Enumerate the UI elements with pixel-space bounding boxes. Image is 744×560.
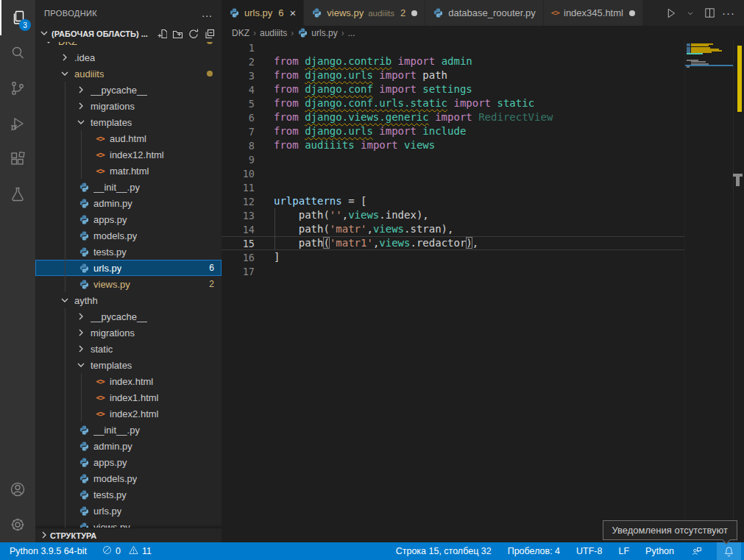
code-line-3[interactable]: 3from django.urls import path (222, 68, 684, 82)
python-file-icon (78, 213, 90, 225)
tree-item-audiiits[interactable]: audiiits (35, 65, 222, 82)
code-line-17[interactable]: 17 (222, 264, 684, 278)
activity-explorer-icon[interactable]: 3 (0, 0, 35, 35)
code-line-10[interactable]: 10 (222, 166, 684, 180)
sidebar-more-actions-icon[interactable]: ... (202, 7, 213, 19)
python-file-icon (78, 262, 90, 274)
code-line-2[interactable]: 2from django.contrib import admin (222, 54, 684, 68)
tree-item-aud-html[interactable]: <>aud.html (35, 130, 222, 146)
breadcrumb-item[interactable]: ... (348, 28, 355, 38)
refresh-icon[interactable] (186, 26, 201, 41)
workspace-section-header[interactable]: (РАБОЧАЯ ОБЛАСТЬ) ... (35, 26, 222, 42)
tree-item-label: tests.py (93, 489, 127, 500)
code-editor[interactable]: 12from django.contrib import admin3from … (222, 40, 744, 542)
activity-search-icon[interactable] (0, 35, 35, 71)
tree-item-views-py[interactable]: views.py (35, 519, 222, 528)
tree-item-index1-html[interactable]: <>index1.html (35, 389, 222, 405)
status-item[interactable]: UTF-8 (574, 542, 604, 560)
code-line-7[interactable]: 7from django.urls import include (222, 124, 684, 138)
new-folder-icon[interactable] (170, 26, 185, 41)
breadcrumb-item[interactable]: urls.py (297, 27, 337, 38)
feedback-icon[interactable] (688, 542, 705, 560)
tree-item-apps-py[interactable]: apps.py (35, 211, 222, 227)
tree-item-models-py[interactable]: models.py (35, 470, 222, 486)
status-item[interactable]: Пробелов: 4 (506, 542, 562, 560)
tree-item-aythh[interactable]: aythh (35, 292, 222, 308)
tree-item--init-py[interactable]: __init__.py (35, 179, 222, 195)
tree-item-urls-py[interactable]: urls.py6 (35, 260, 222, 276)
tree-item-tests-py[interactable]: tests.py (35, 486, 222, 503)
tree-item-models-py[interactable]: models.py (35, 227, 222, 244)
activity-settings-icon[interactable] (0, 507, 35, 542)
run-icon[interactable] (662, 4, 681, 23)
chevron-down-icon (75, 359, 87, 371)
sidebar-title: ПРОВОДНИК (44, 9, 97, 18)
code-line-13[interactable]: 13 path('',views.index), (222, 208, 684, 222)
split-editor-icon[interactable] (700, 4, 719, 23)
modified-dot-icon[interactable] (411, 10, 417, 16)
tree-item-tests-py[interactable]: tests.py (35, 244, 222, 260)
tree-item--pycache-[interactable]: __pycache__ (35, 82, 222, 98)
activity-testing-icon[interactable] (0, 177, 35, 212)
breadcrumb: DKZ›audiiits›urls.py›... (222, 26, 744, 40)
tree-item-migrations[interactable]: migrations (35, 325, 222, 341)
tree-item-label: models.py (93, 230, 137, 241)
line-number: 15 (222, 238, 255, 249)
tree-item-views-py[interactable]: views.py2 (35, 276, 222, 292)
tree-item-templates[interactable]: templates (35, 357, 222, 373)
activity-run-debug-icon[interactable] (0, 106, 35, 141)
tab-urls-py[interactable]: urls.py6× (222, 0, 304, 26)
code-line-14[interactable]: 14 path('matr',views.stran), (222, 222, 684, 236)
code-line-15[interactable]: 15 path('matr1',views.redactor), (222, 236, 684, 250)
breadcrumb-item[interactable]: audiiits (260, 28, 287, 38)
code-line-6[interactable]: 6from django.views.generic import Redire… (222, 110, 684, 124)
activity-account-icon[interactable] (0, 472, 35, 507)
run-dropdown-icon[interactable] (681, 4, 700, 23)
tree-item-urls-py[interactable]: urls.py (35, 503, 222, 519)
tab-database-roouter-py[interactable]: database_roouter.py (425, 0, 544, 26)
status-item[interactable]: Строка 15, столбец 32 (394, 542, 494, 560)
status-item[interactable]: LF (616, 542, 631, 560)
tree-item-admin-py[interactable]: admin.py (35, 195, 222, 211)
tab-index345-html[interactable]: <>index345.html (544, 0, 643, 26)
tree-item-static[interactable]: static (35, 341, 222, 357)
code-line-1[interactable]: 1 (222, 40, 684, 54)
code-line-9[interactable]: 9 (222, 152, 684, 166)
tree-item--pycache-[interactable]: __pycache__ (35, 308, 222, 325)
collapse-all-icon[interactable] (202, 26, 217, 41)
code-line-4[interactable]: 4from django.conf import settings (222, 82, 684, 96)
code-line-11[interactable]: 11 (222, 180, 684, 194)
code-line-12[interactable]: 12urlpatterns = [ (222, 194, 684, 208)
breadcrumb-item[interactable]: DKZ (232, 28, 249, 38)
tree-item-admin-py[interactable]: admin.py (35, 438, 222, 454)
scrollbar-thumb[interactable] (736, 177, 740, 186)
tree-item-index12-html[interactable]: <>index12.html (35, 146, 222, 163)
more-icon[interactable]: ··· (719, 4, 738, 23)
modified-dot-icon[interactable] (629, 10, 635, 16)
minimap[interactable] (684, 40, 733, 542)
tree-item--idea[interactable]: .idea (35, 49, 222, 65)
new-file-icon[interactable] (154, 26, 169, 41)
code-line-8[interactable]: 8from audiiits import views (222, 138, 684, 152)
tree-item-templates[interactable]: templates (35, 114, 222, 130)
tree-item-apps-py[interactable]: apps.py (35, 454, 222, 470)
tab-views-py[interactable]: views.pyaudiiits2 (304, 0, 425, 26)
code-line-5[interactable]: 5from django.conf.urls.static import sta… (222, 96, 684, 110)
python-interpreter-status[interactable]: Python 3.9.5 64-bit (7, 542, 89, 560)
outline-section-header[interactable]: СТРУКТУРА (35, 528, 222, 542)
vscode-window: 3 ПРОВОДНИК ... (РАБОЧАЯ ОБЛАСТЬ) ... DK… (0, 0, 744, 560)
tree-item-index-html[interactable]: <>index.html (35, 373, 222, 389)
code-line-16[interactable]: 16] (222, 250, 684, 264)
bell-icon[interactable] (717, 542, 741, 560)
activity-extensions-icon[interactable] (0, 141, 35, 177)
tree-item-migrations[interactable]: migrations (35, 98, 222, 114)
tree-item-DKZ[interactable]: DKZ (35, 42, 222, 49)
tree-item-matr-html[interactable]: <>matr.html (35, 163, 222, 179)
problems-status[interactable]: 011 (99, 542, 154, 560)
activity-source-control-icon[interactable] (0, 71, 35, 106)
scrollbar-overview-ruler[interactable] (733, 40, 744, 542)
tree-item--init-py[interactable]: __init__.py (35, 422, 222, 438)
tree-item-index2-html[interactable]: <>index2.html (35, 405, 222, 422)
status-item[interactable]: Python (643, 542, 676, 560)
close-icon[interactable]: × (290, 7, 297, 18)
